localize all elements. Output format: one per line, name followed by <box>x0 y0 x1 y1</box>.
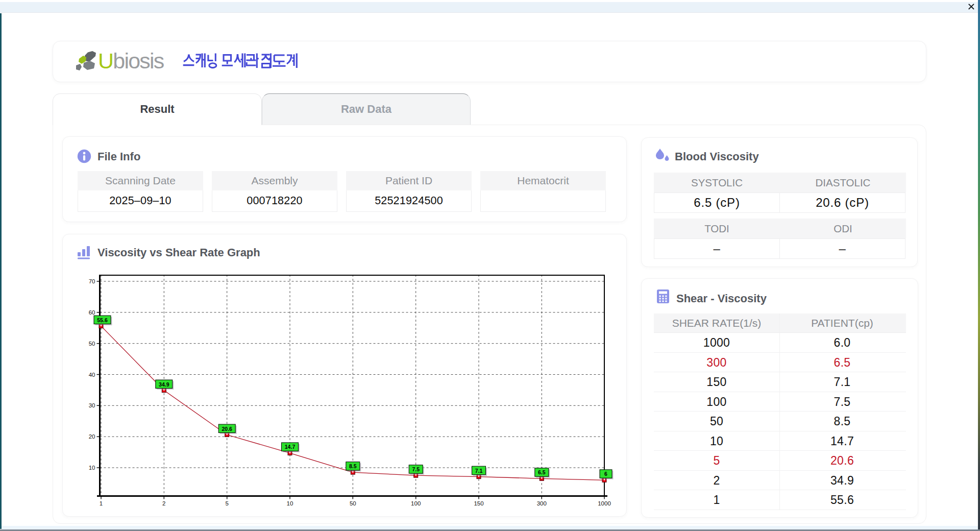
svg-text:50: 50 <box>350 500 356 506</box>
svg-text:6.5: 6.5 <box>538 469 546 475</box>
svg-text:5: 5 <box>225 500 228 506</box>
svg-text:50: 50 <box>89 341 95 347</box>
svg-text:2: 2 <box>162 500 165 506</box>
svg-text:300: 300 <box>537 500 547 506</box>
svg-text:14.7: 14.7 <box>285 444 296 450</box>
svg-text:6: 6 <box>604 471 607 477</box>
svg-text:20: 20 <box>89 433 95 440</box>
svg-text:10: 10 <box>287 500 293 506</box>
svg-text:1: 1 <box>100 500 103 506</box>
svg-text:40: 40 <box>89 372 95 378</box>
svg-text:55.6: 55.6 <box>97 317 108 323</box>
svg-text:60: 60 <box>89 309 95 316</box>
svg-text:100: 100 <box>411 500 421 506</box>
svg-text:1000: 1000 <box>598 500 611 506</box>
svg-text:150: 150 <box>474 500 483 506</box>
svg-text:34.9: 34.9 <box>159 381 169 388</box>
svg-text:8.5: 8.5 <box>349 463 357 469</box>
svg-text:20.6: 20.6 <box>222 426 232 432</box>
svg-text:7.1: 7.1 <box>475 468 483 474</box>
svg-text:7.5: 7.5 <box>412 466 420 472</box>
svg-text:10: 10 <box>89 465 95 471</box>
svg-text:70: 70 <box>89 278 95 284</box>
svg-text:30: 30 <box>89 402 95 408</box>
